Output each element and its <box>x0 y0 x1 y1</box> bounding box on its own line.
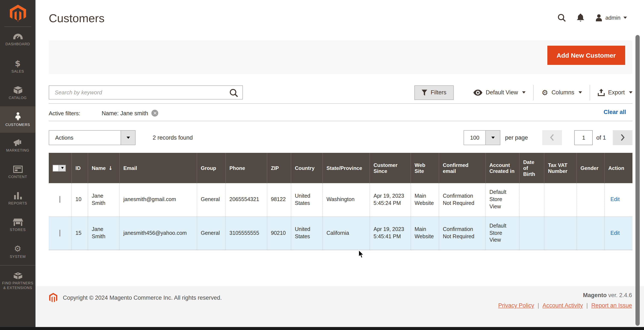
privacy-policy-link[interactable]: Privacy Policy <box>498 302 534 309</box>
per-page-dropdown[interactable]: 100 <box>464 130 500 145</box>
keyword-search <box>49 85 243 99</box>
cell-account-created-in: Default Store View <box>485 183 519 216</box>
cell-name: Jane Smith <box>88 216 119 250</box>
cell-confirmed-email: Confirmation Not Required <box>439 216 485 250</box>
column-header-account-created-in[interactable]: Account Created in <box>485 153 519 183</box>
version-number: ver. 2.4.6 <box>606 292 632 298</box>
dropdown-arrow <box>485 130 500 145</box>
footer-copyright: Copyright © 2024 Magento Commerce Inc. A… <box>49 293 222 303</box>
select-all-control[interactable] <box>52 165 66 171</box>
columns-menu[interactable]: ⚙ Columns <box>534 88 590 97</box>
sidebar-item-content[interactable]: CONTENT <box>0 159 36 186</box>
select-all-checkbox[interactable] <box>53 165 58 171</box>
grid-view-tools: Filters Default View ⚙ Columns <box>414 85 632 100</box>
chevron-left-icon <box>550 134 554 141</box>
table-row[interactable]: 10 Jane Smith janesmith@gmail.com Genera… <box>49 183 632 216</box>
column-header-state[interactable]: State/Province <box>322 153 370 183</box>
column-header-confirmed-email[interactable]: Confirmed email <box>439 153 485 183</box>
sidebar-item-find-partners[interactable]: FIND PARTNERS & EXTENSIONS <box>0 265 36 297</box>
default-view-menu[interactable]: Default View <box>466 89 534 96</box>
cell-customer-since: Apr 19, 2023 5:45:24 PM <box>370 183 410 216</box>
actions-dropdown[interactable]: Actions <box>49 130 136 145</box>
column-header-id[interactable]: ID <box>72 153 88 183</box>
sidebar-item-label: CATALOG <box>9 95 27 100</box>
column-header-date-of-birth[interactable]: Date of Birth <box>519 153 544 183</box>
column-header-customer-since[interactable]: Customer Since <box>370 153 410 183</box>
cell-country: United States <box>291 216 322 250</box>
catalog-icon <box>13 86 22 94</box>
cell-web-site: Main Website <box>410 183 439 216</box>
column-header-email[interactable]: Email <box>119 153 197 183</box>
sidebar-item-reports[interactable]: REPORTS <box>0 186 36 212</box>
marketing-icon <box>13 139 22 147</box>
magento-version: Magento ver. 2.4.6 <box>583 292 632 298</box>
dropdown-arrow <box>120 130 135 145</box>
filter-chip: Name: Jane smith ✕ <box>102 110 158 117</box>
sidebar-item-label: MARKETING <box>6 148 29 153</box>
report-issue-link[interactable]: Report an Issue <box>591 302 632 309</box>
edit-link[interactable]: Edit <box>610 230 620 236</box>
page-number-input[interactable] <box>574 130 593 145</box>
filters-button[interactable]: Filters <box>414 85 454 100</box>
sidebar-item-marketing[interactable]: MARKETING <box>0 133 36 159</box>
footer-links: Privacy Policy | Account Activity | Repo… <box>498 302 632 309</box>
sidebar-item-customers[interactable]: CUSTOMERS <box>0 106 36 133</box>
column-header-gender[interactable]: Gender <box>576 153 604 183</box>
page-actions-band: Add New Customer <box>49 40 632 74</box>
extensions-icon <box>13 272 22 279</box>
column-header-web-site[interactable]: Web Site <box>410 153 439 183</box>
row-checkbox[interactable] <box>60 229 60 236</box>
next-page-button[interactable] <box>613 130 632 145</box>
previous-page-button[interactable] <box>542 130 562 145</box>
sidebar-item-label: SALES <box>12 69 24 74</box>
column-header-action[interactable]: Action <box>604 153 632 183</box>
row-checkbox[interactable] <box>60 196 60 203</box>
column-header-name[interactable]: Name↓ <box>88 153 119 183</box>
default-view-label: Default View <box>486 89 518 96</box>
sidebar-item-catalog[interactable]: CATALOG <box>0 80 36 106</box>
chevron-down-icon <box>629 91 632 94</box>
link-separator: | <box>586 302 588 309</box>
cell-email: janesmith456@yahoo.com <box>119 216 197 250</box>
sidebar-item-label: CONTENT <box>8 174 27 179</box>
export-menu[interactable]: Export <box>590 89 632 96</box>
clear-all-link[interactable]: Clear all <box>604 109 626 115</box>
sort-descending-icon: ↓ <box>108 165 112 171</box>
active-filters-row: Active filters: Name: Jane smith ✕ <box>49 108 158 118</box>
sidebar-item-label: DASHBOARD <box>6 42 30 46</box>
notifications-bell-icon[interactable] <box>577 14 584 22</box>
add-new-customer-button[interactable]: Add New Customer <box>547 46 625 65</box>
copyright-text: Copyright © 2024 Magento Commerce Inc. A… <box>63 295 222 301</box>
customers-table: ID Name↓ Email Group Phone ZIP Country S… <box>49 153 632 250</box>
edit-link[interactable]: Edit <box>610 197 620 202</box>
vertical-scrollbar[interactable] <box>636 35 640 326</box>
sidebar-item-stores[interactable]: STORES <box>0 212 36 239</box>
brand-name: Magento <box>583 292 606 298</box>
cell-zip: 98122 <box>267 183 291 216</box>
per-page-value: 100 <box>464 130 485 145</box>
cell-email: janesmith@gmail.com <box>119 183 197 216</box>
cell-name: Jane Smith <box>88 183 119 216</box>
table-row[interactable]: 15 Jane Smith janesmith456@yahoo.com Gen… <box>49 216 632 250</box>
column-header-group[interactable]: Group <box>197 153 225 183</box>
cell-zip: 90210 <box>267 216 291 250</box>
sidebar-item-sales[interactable]: $ SALES <box>0 53 36 80</box>
link-separator: | <box>538 302 539 309</box>
admin-user-menu[interactable]: admin <box>595 14 627 21</box>
cell-id: 15 <box>72 216 88 250</box>
column-header-country[interactable]: Country <box>291 153 322 183</box>
cell-confirmed-email: Confirmation Not Required <box>439 183 485 216</box>
magento-logo[interactable] <box>0 0 36 26</box>
search-input[interactable] <box>49 86 242 99</box>
account-activity-link[interactable]: Account Activity <box>542 302 583 309</box>
column-header-phone[interactable]: Phone <box>225 153 267 183</box>
sidebar-item-dashboard[interactable]: DASHBOARD <box>0 27 36 53</box>
sidebar-item-system[interactable]: ⚙ SYSTEM <box>0 239 36 265</box>
column-header-tax-vat[interactable]: Tax VAT Number <box>544 153 576 183</box>
global-search-icon[interactable] <box>558 14 566 22</box>
chevron-down-icon <box>578 91 582 94</box>
column-header-zip[interactable]: ZIP <box>267 153 291 183</box>
select-all-menu[interactable] <box>58 165 66 171</box>
remove-filter-icon[interactable]: ✕ <box>152 110 158 117</box>
search-icon[interactable] <box>229 88 238 97</box>
